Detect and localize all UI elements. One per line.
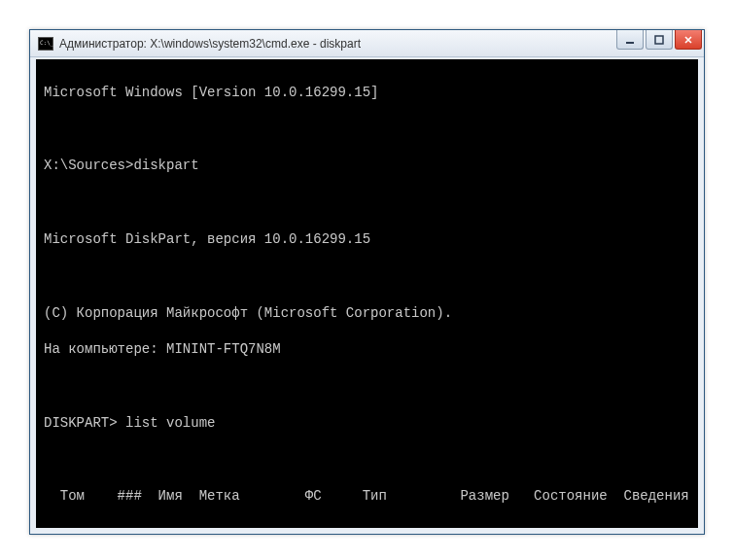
diskpart-version: Microsoft DiskPart, версия 10.0.16299.15 (44, 230, 690, 249)
blank-line (44, 451, 690, 470)
blank-line (44, 193, 690, 212)
svg-rect-1 (655, 36, 663, 44)
prompt-line: X:\Sources>diskpart (44, 157, 690, 175)
copyright-line: (C) Корпорация Майкрософт (Microsoft Cor… (44, 304, 690, 323)
banner-line: Microsoft Windows [Version 10.0.16299.15… (44, 84, 690, 102)
cmd-icon (38, 37, 53, 51)
close-button[interactable] (675, 30, 702, 50)
cmd-window: Администратор: X:\windows\system32\cmd.e… (29, 29, 705, 535)
minimize-button[interactable] (616, 30, 644, 50)
window-title: Администратор: X:\windows\system32\cmd.e… (59, 37, 361, 51)
window-controls (616, 30, 702, 50)
console-output[interactable]: Microsoft Windows [Version 10.0.16299.15… (36, 59, 698, 528)
computer-line: На компьютере: MININT-FTQ7N8M (44, 340, 690, 359)
blank-line (44, 121, 690, 139)
titlebar[interactable]: Администратор: X:\windows\system32\cmd.e… (30, 30, 704, 57)
blank-line (44, 267, 690, 286)
table-divider: ----- --- --- ----------- ----- --------… (44, 524, 690, 528)
svg-rect-0 (626, 42, 634, 44)
blank-line (44, 377, 690, 396)
table-header: Том ### Имя Метка ФС Тип Размер Состояни… (44, 487, 690, 506)
list-volume-cmd: DISKPART> list volume (44, 414, 690, 433)
maximize-button[interactable] (646, 30, 673, 50)
